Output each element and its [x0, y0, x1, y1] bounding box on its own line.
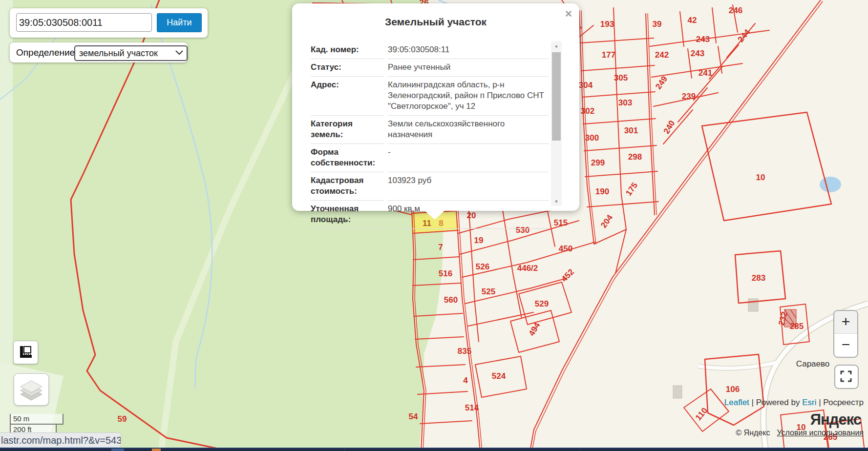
search-input[interactable] — [16, 13, 152, 32]
parcel-number[interactable]: 285 — [790, 322, 804, 331]
parcel-number[interactable]: 7 — [438, 243, 443, 252]
close-icon[interactable]: ✕ — [565, 9, 572, 19]
yandex-copyright: © Яндекс — [736, 429, 770, 437]
parcel-number[interactable]: 10 — [756, 173, 765, 182]
parcel-number[interactable]: 243 — [696, 35, 710, 44]
leaflet-link[interactable]: Leaflet — [724, 398, 749, 407]
popup-row-value: Земли сельскохозяйственного назначения — [388, 116, 549, 144]
parcel-number[interactable]: 515 — [554, 218, 568, 227]
parcel-number[interactable]: 560 — [444, 295, 458, 305]
parcel-number[interactable]: 446/2 — [517, 264, 538, 273]
popup-title: Земельный участок — [292, 16, 579, 28]
terms-of-use-link[interactable]: Условия использования — [777, 429, 864, 437]
popup-row-label: Уточненная площадь: — [311, 201, 384, 229]
parcel-number[interactable]: 302 — [581, 106, 594, 116]
rosreestr-text: Росреестр — [823, 398, 864, 407]
popup-row-value: Калининградская область, р-н Зеленоградс… — [388, 77, 549, 116]
parcel-number[interactable]: 529 — [535, 299, 549, 308]
parcel-number[interactable]: 299 — [591, 158, 605, 167]
parcel-number[interactable]: 450 — [559, 244, 572, 253]
esri-link[interactable]: Esri — [802, 398, 816, 407]
parcel-number[interactable]: 19 — [474, 236, 484, 245]
zoom-out-button[interactable]: − — [834, 334, 857, 356]
popup-row: Статус:Ранее учтенный — [311, 59, 550, 77]
parcel-number[interactable]: 242 — [655, 50, 669, 60]
taskbar-strip[interactable] — [0, 448, 868, 451]
parcel-number[interactable]: 246 — [729, 6, 742, 15]
parcel-number[interactable]: 239 — [682, 92, 696, 101]
layers-icon — [18, 376, 45, 403]
parcel-number[interactable]: 526 — [476, 262, 489, 271]
parcel-number[interactable]: 39 — [653, 20, 662, 29]
parcel-number[interactable]: 106 — [726, 385, 740, 394]
fullscreen-button[interactable] — [834, 365, 859, 389]
popup-row-value: 103923 руб — [388, 172, 549, 201]
definition-select[interactable]: земельный участок — [74, 45, 188, 61]
popup-row-value: 39:05:030508:11 — [388, 41, 549, 59]
taskbar-segment — [111, 449, 124, 451]
taskbar-segment — [152, 449, 161, 451]
parcel-number[interactable]: 243 — [691, 49, 704, 58]
popup-rows: Кад. номер:39:05:030508:11Статус:Ранее у… — [311, 41, 550, 229]
popup-row: Адрес:Калининградская область, р-н Зелен… — [311, 77, 550, 116]
place-labels: Сараево — [796, 359, 830, 369]
popup-row-value: Ранее учтенный — [388, 59, 549, 77]
popup-row-value: - — [388, 144, 549, 172]
cadastral-map-app: Сараево 26246423919324424324324217724130… — [0, 0, 868, 451]
popup-row: Категория земель:Земли сельскохозяйствен… — [311, 116, 550, 144]
parcel-number[interactable]: 42 — [688, 16, 697, 25]
powered-by-text: Powered by — [756, 398, 803, 407]
measure-button[interactable] — [13, 341, 38, 364]
parcel-number[interactable]: 516 — [439, 269, 452, 278]
popup-row: Кадастровая стоимость:103923 руб — [311, 172, 550, 201]
parcel-number[interactable]: 193 — [600, 20, 614, 29]
pond — [820, 177, 841, 192]
popup-row: Форма собственности:- — [311, 144, 550, 172]
parcel-number[interactable]: 4 — [463, 376, 468, 385]
popup-row-label: Кад. номер: — [311, 41, 384, 59]
scrollbar-thumb[interactable] — [552, 52, 561, 141]
popup-row-label: Кадастровая стоимость: — [311, 172, 384, 201]
parcel-number[interactable]: 283 — [752, 273, 765, 283]
scroll-up-icon[interactable]: ▲ — [551, 41, 562, 50]
parcel-number[interactable]: 303 — [618, 98, 632, 107]
popup-row-label: Адрес: — [311, 77, 384, 116]
definition-selected-option: земельный участок — [79, 48, 158, 59]
yandex-logo[interactable]: Яндекс — [810, 411, 861, 429]
parcel-number[interactable]: 301 — [624, 126, 638, 135]
zoom-in-button[interactable]: + — [834, 311, 857, 334]
parcel-number[interactable]: 305 — [614, 73, 628, 82]
scroll-down-icon[interactable]: ▼ — [551, 197, 562, 206]
parcel-number[interactable]: 525 — [482, 287, 495, 296]
status-url-tooltip: lastr.com/map.html?&v=543# — [0, 432, 121, 448]
parcel-number[interactable]: 177 — [602, 50, 615, 60]
parcel-number[interactable]: 241 — [699, 68, 712, 78]
parcel-number[interactable]: 54 — [409, 412, 418, 421]
find-button[interactable]: Найти — [157, 13, 202, 32]
parcel-number[interactable]: 524 — [492, 371, 506, 381]
parcel-info-popup: Земельный участок ✕ Кад. номер:39:05:030… — [292, 3, 579, 211]
popup-row-label: Статус: — [311, 59, 384, 77]
popup-pointer — [424, 210, 445, 220]
definition-panel: Определение: земельный участок — [10, 42, 188, 62]
scale-metric: 50 m — [10, 414, 64, 425]
parcel-number[interactable]: 514 — [465, 403, 479, 412]
layers-button[interactable] — [14, 373, 49, 406]
attr-separator: | — [816, 398, 823, 407]
parcel-number[interactable]: 300 — [585, 133, 599, 143]
popup-row-label: Категория земель: — [311, 116, 384, 144]
map-attribution: Leaflet | Powered by Esri | Росреестр — [724, 398, 864, 408]
parcel-number[interactable]: 190 — [595, 187, 609, 196]
popup-scrollbar[interactable]: ▲ ▼ — [551, 41, 562, 206]
copyright-line: © ЯндексУсловия использования — [736, 429, 864, 437]
search-panel: Найти — [10, 8, 208, 38]
fullscreen-icon — [840, 370, 852, 382]
popup-row-label: Форма собственности: — [311, 144, 384, 172]
place-label: Сараево — [796, 359, 830, 369]
parcel-number[interactable]: 835 — [458, 347, 471, 356]
parcel-number[interactable]: 304 — [579, 81, 593, 90]
chevron-down-icon — [175, 50, 183, 55]
parcel-number[interactable]: 298 — [628, 152, 642, 162]
popup-row-value: 900 кв.м — [388, 201, 549, 229]
parcel-number[interactable]: 59 — [118, 414, 127, 424]
